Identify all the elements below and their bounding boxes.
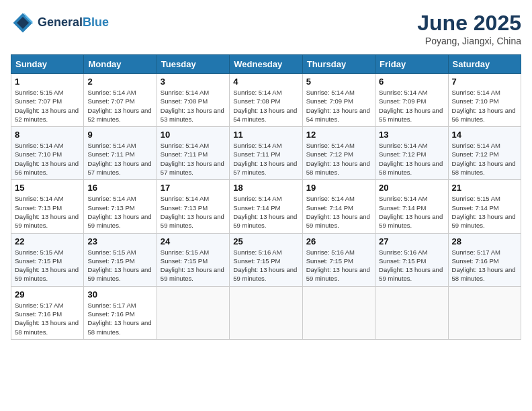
day-detail: Sunrise: 5:16 AMSunset: 7:15 PMDaylight:… — [306, 248, 371, 283]
calendar-cell: 28 Sunrise: 5:17 AMSunset: 7:16 PMDaylig… — [448, 233, 521, 286]
weekday-header: Saturday — [448, 55, 521, 74]
day-number: 27 — [379, 236, 444, 246]
day-number: 28 — [452, 236, 517, 246]
day-detail: Sunrise: 5:17 AMSunset: 7:16 PMDaylight:… — [452, 248, 517, 283]
day-detail: Sunrise: 5:14 AMSunset: 7:10 PMDaylight:… — [15, 141, 80, 177]
day-number: 25 — [233, 236, 298, 246]
calendar-cell: 10 Sunrise: 5:14 AMSunset: 7:11 PMDaylig… — [157, 127, 229, 180]
logo-icon — [11, 11, 35, 35]
calendar-cell: 14 Sunrise: 5:14 AMSunset: 7:12 PMDaylig… — [448, 127, 521, 180]
day-detail: Sunrise: 5:14 AMSunset: 7:13 PMDaylight:… — [161, 194, 226, 230]
day-number: 2 — [87, 77, 152, 87]
calendar-cell: 16 Sunrise: 5:14 AMSunset: 7:13 PMDaylig… — [84, 180, 157, 233]
calendar-cell — [448, 286, 521, 339]
day-number: 23 — [87, 236, 152, 246]
day-number: 22 — [15, 236, 80, 246]
day-number: 13 — [379, 130, 444, 140]
calendar-cell: 1 Sunrise: 5:15 AMSunset: 7:07 PMDayligh… — [11, 74, 84, 127]
calendar-cell: 24 Sunrise: 5:15 AMSunset: 7:15 PMDaylig… — [157, 233, 229, 286]
logo-text: GeneralBlue — [38, 15, 109, 30]
day-detail: Sunrise: 5:14 AMSunset: 7:12 PMDaylight:… — [306, 141, 371, 177]
day-number: 26 — [306, 236, 371, 246]
day-number: 29 — [15, 289, 80, 300]
calendar-cell: 6 Sunrise: 5:14 AMSunset: 7:09 PMDayligh… — [375, 74, 448, 127]
day-number: 7 — [452, 77, 517, 87]
weekday-header-row: SundayMondayTuesdayWednesdayThursdayFrid… — [11, 55, 521, 74]
calendar-subtitle: Poyang, Jiangxi, China — [417, 36, 521, 46]
day-number: 24 — [161, 236, 226, 246]
day-detail: Sunrise: 5:16 AMSunset: 7:15 PMDaylight:… — [379, 248, 444, 283]
day-number: 3 — [161, 77, 226, 87]
day-detail: Sunrise: 5:15 AMSunset: 7:15 PMDaylight:… — [161, 248, 226, 283]
day-detail: Sunrise: 5:15 AMSunset: 7:07 PMDaylight:… — [15, 88, 80, 124]
day-detail: Sunrise: 5:14 AMSunset: 7:09 PMDaylight:… — [306, 88, 371, 124]
day-number: 9 — [87, 130, 152, 140]
calendar-cell: 21 Sunrise: 5:15 AMSunset: 7:14 PMDaylig… — [448, 180, 521, 233]
weekday-header: Friday — [375, 55, 448, 74]
calendar-title: June 2025 — [417, 11, 521, 36]
day-detail: Sunrise: 5:14 AMSunset: 7:09 PMDaylight:… — [379, 88, 444, 124]
day-number: 5 — [306, 77, 371, 87]
weekday-header: Tuesday — [157, 55, 229, 74]
calendar-cell: 26 Sunrise: 5:16 AMSunset: 7:15 PMDaylig… — [302, 233, 375, 286]
calendar-cell: 4 Sunrise: 5:14 AMSunset: 7:08 PMDayligh… — [230, 74, 302, 127]
calendar-cell: 11 Sunrise: 5:14 AMSunset: 7:11 PMDaylig… — [230, 127, 302, 180]
calendar-cell: 29 Sunrise: 5:17 AMSunset: 7:16 PMDaylig… — [11, 286, 84, 339]
day-number: 21 — [452, 183, 517, 193]
day-number: 1 — [15, 77, 80, 87]
day-detail: Sunrise: 5:14 AMSunset: 7:07 PMDaylight:… — [87, 88, 152, 124]
calendar-cell: 18 Sunrise: 5:14 AMSunset: 7:14 PMDaylig… — [230, 180, 302, 233]
calendar-cell: 5 Sunrise: 5:14 AMSunset: 7:09 PMDayligh… — [302, 74, 375, 127]
day-detail: Sunrise: 5:14 AMSunset: 7:14 PMDaylight:… — [379, 194, 444, 230]
day-detail: Sunrise: 5:14 AMSunset: 7:12 PMDaylight:… — [379, 141, 444, 177]
day-number: 10 — [161, 130, 226, 140]
day-number: 30 — [87, 289, 152, 300]
calendar-cell: 12 Sunrise: 5:14 AMSunset: 7:12 PMDaylig… — [302, 127, 375, 180]
day-detail: Sunrise: 5:17 AMSunset: 7:16 PMDaylight:… — [15, 301, 80, 336]
day-detail: Sunrise: 5:14 AMSunset: 7:14 PMDaylight:… — [306, 194, 371, 230]
weekday-header: Monday — [84, 55, 157, 74]
weekday-header: Wednesday — [230, 55, 302, 74]
day-number: 4 — [233, 77, 298, 87]
calendar-cell: 22 Sunrise: 5:15 AMSunset: 7:15 PMDaylig… — [11, 233, 84, 286]
day-number: 19 — [306, 183, 371, 193]
calendar-cell: 27 Sunrise: 5:16 AMSunset: 7:15 PMDaylig… — [375, 233, 448, 286]
calendar-cell: 30 Sunrise: 5:17 AMSunset: 7:16 PMDaylig… — [84, 286, 157, 339]
day-detail: Sunrise: 5:15 AMSunset: 7:14 PMDaylight:… — [452, 194, 517, 230]
day-number: 14 — [452, 130, 517, 140]
page-header: GeneralBlue June 2025 Poyang, Jiangxi, C… — [11, 11, 521, 46]
day-number: 6 — [379, 77, 444, 87]
calendar-table: SundayMondayTuesdayWednesdayThursdayFrid… — [11, 54, 521, 340]
day-number: 17 — [161, 183, 226, 193]
weekday-header: Sunday — [11, 55, 84, 74]
calendar-cell: 15 Sunrise: 5:14 AMSunset: 7:13 PMDaylig… — [11, 180, 84, 233]
calendar-week-row: 22 Sunrise: 5:15 AMSunset: 7:15 PMDaylig… — [11, 233, 521, 286]
day-number: 8 — [15, 130, 80, 140]
calendar-cell: 7 Sunrise: 5:14 AMSunset: 7:10 PMDayligh… — [448, 74, 521, 127]
day-detail: Sunrise: 5:14 AMSunset: 7:13 PMDaylight:… — [15, 194, 80, 230]
day-number: 12 — [306, 130, 371, 140]
day-detail: Sunrise: 5:14 AMSunset: 7:14 PMDaylight:… — [233, 194, 298, 230]
day-number: 11 — [233, 130, 298, 140]
day-detail: Sunrise: 5:14 AMSunset: 7:11 PMDaylight:… — [233, 141, 298, 177]
day-detail: Sunrise: 5:14 AMSunset: 7:08 PMDaylight:… — [233, 88, 298, 124]
weekday-header: Thursday — [302, 55, 375, 74]
calendar-cell: 19 Sunrise: 5:14 AMSunset: 7:14 PMDaylig… — [302, 180, 375, 233]
day-detail: Sunrise: 5:14 AMSunset: 7:11 PMDaylight:… — [161, 141, 226, 177]
day-number: 20 — [379, 183, 444, 193]
calendar-cell: 13 Sunrise: 5:14 AMSunset: 7:12 PMDaylig… — [375, 127, 448, 180]
calendar-cell: 8 Sunrise: 5:14 AMSunset: 7:10 PMDayligh… — [11, 127, 84, 180]
day-number: 18 — [233, 183, 298, 193]
calendar-cell — [375, 286, 448, 339]
calendar-cell: 2 Sunrise: 5:14 AMSunset: 7:07 PMDayligh… — [84, 74, 157, 127]
calendar-cell: 9 Sunrise: 5:14 AMSunset: 7:11 PMDayligh… — [84, 127, 157, 180]
calendar-week-row: 8 Sunrise: 5:14 AMSunset: 7:10 PMDayligh… — [11, 127, 521, 180]
day-number: 16 — [87, 183, 152, 193]
calendar-cell — [157, 286, 229, 339]
calendar-cell — [302, 286, 375, 339]
calendar-cell: 3 Sunrise: 5:14 AMSunset: 7:08 PMDayligh… — [157, 74, 229, 127]
day-detail: Sunrise: 5:14 AMSunset: 7:13 PMDaylight:… — [87, 194, 152, 230]
calendar-cell: 20 Sunrise: 5:14 AMSunset: 7:14 PMDaylig… — [375, 180, 448, 233]
day-detail: Sunrise: 5:14 AMSunset: 7:08 PMDaylight:… — [161, 88, 226, 124]
calendar-week-row: 29 Sunrise: 5:17 AMSunset: 7:16 PMDaylig… — [11, 286, 521, 339]
